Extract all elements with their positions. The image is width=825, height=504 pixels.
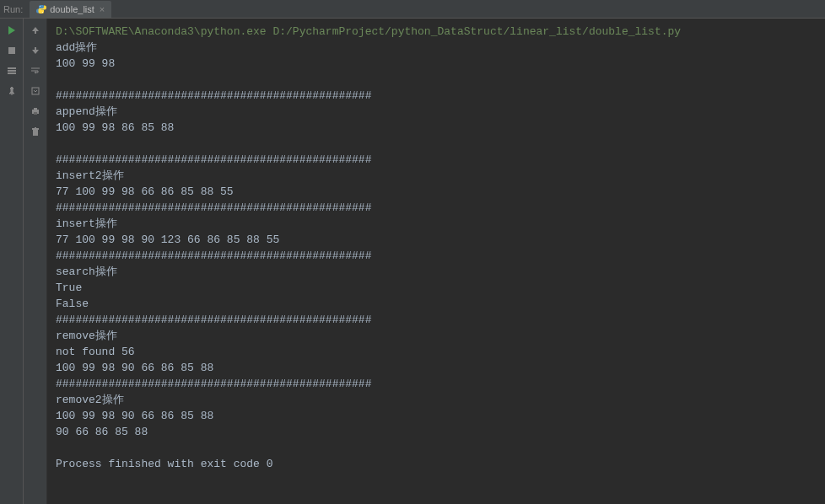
soft-wrap-icon[interactable] — [29, 64, 42, 78]
scroll-to-end-icon[interactable] — [29, 84, 42, 98]
console-line: ########################################… — [56, 88, 817, 104]
print-icon[interactable] — [29, 105, 42, 118]
console-line: 90 66 86 85 88 — [56, 424, 817, 440]
console-line: 100 99 98 — [56, 56, 817, 72]
tab-close-button[interactable]: × — [100, 4, 105, 14]
svg-rect-9 — [34, 112, 37, 115]
left-toolbar — [0, 19, 24, 504]
console-line: Process finished with exit code 0 — [56, 456, 817, 472]
console-line — [56, 440, 817, 456]
console-line: search操作 — [56, 264, 817, 280]
svg-rect-3 — [8, 67, 16, 69]
console-line: 77 100 99 98 66 86 85 88 55 — [56, 184, 817, 200]
console-line: 100 99 98 86 85 88 — [56, 120, 817, 136]
stop-button[interactable] — [5, 44, 19, 57]
rerun-button[interactable] — [5, 24, 19, 37]
main-area: D:\SOFTWARE\Anaconda3\python.exe D:/Pych… — [0, 19, 825, 504]
console-line: ########################################… — [56, 376, 817, 392]
svg-rect-4 — [8, 70, 16, 72]
console-line: 100 99 98 90 66 86 85 88 — [56, 408, 817, 424]
console-line: True — [56, 280, 817, 296]
svg-point-0 — [40, 6, 40, 7]
console-line: D:\SOFTWARE\Anaconda3\python.exe D:/Pych… — [56, 24, 817, 40]
console-line: add操作 — [56, 40, 817, 56]
console-output[interactable]: D:\SOFTWARE\Anaconda3\python.exe D:/Pych… — [47, 19, 825, 504]
console-line: insert2操作 — [56, 168, 817, 184]
console-line: 77 100 99 98 90 123 66 86 85 88 55 — [56, 232, 817, 248]
svg-rect-10 — [33, 130, 38, 136]
console-line — [56, 136, 817, 152]
console-line: ########################################… — [56, 312, 817, 328]
svg-rect-8 — [34, 108, 37, 110]
down-arrow-icon[interactable] — [29, 44, 42, 57]
trash-icon[interactable] — [29, 125, 42, 138]
python-file-icon — [36, 4, 46, 14]
svg-rect-5 — [8, 72, 16, 74]
console-line: False — [56, 296, 817, 312]
top-bar: Run: double_list × — [0, 0, 825, 19]
console-line: ########################################… — [56, 200, 817, 216]
console-line — [56, 72, 817, 88]
svg-rect-11 — [32, 128, 39, 130]
console-line: remove2操作 — [56, 392, 817, 408]
console-line: ########################################… — [56, 248, 817, 264]
up-arrow-icon[interactable] — [29, 24, 42, 37]
svg-rect-6 — [32, 88, 39, 94]
layout-icon[interactable] — [5, 64, 19, 78]
console-line: not found 56 — [56, 344, 817, 360]
pin-icon[interactable] — [5, 84, 19, 98]
console-line: insert操作 — [56, 216, 817, 232]
svg-point-1 — [42, 12, 43, 13]
console-line: ########################################… — [56, 152, 817, 168]
svg-rect-12 — [35, 127, 36, 128]
second-toolbar — [24, 19, 47, 504]
tab-name: double_list — [50, 4, 94, 14]
console-line: 100 99 98 90 66 86 85 88 — [56, 360, 817, 376]
svg-rect-2 — [8, 47, 15, 54]
console-line: append操作 — [56, 104, 817, 120]
run-tab[interactable]: double_list × — [30, 1, 111, 18]
console-line: remove操作 — [56, 328, 817, 344]
run-label: Run: — [3, 4, 23, 14]
